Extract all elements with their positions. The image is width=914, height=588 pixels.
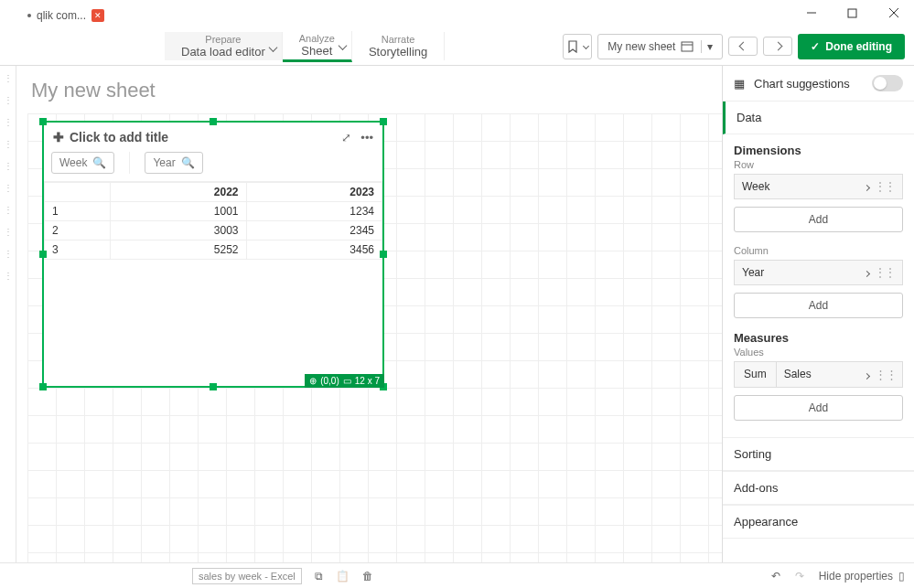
minimize-button[interactable] <box>790 0 832 26</box>
section-addons[interactable]: Add-ons <box>723 471 914 505</box>
rail-handle[interactable]: ⋮ <box>4 165 13 168</box>
rail-handle[interactable]: ⋮ <box>4 121 13 124</box>
drag-handle-icon[interactable]: ⋮⋮ <box>875 368 897 381</box>
maximize-button[interactable] <box>832 0 873 26</box>
document-tab-bar: qlik com... ✕ <box>0 0 914 27</box>
properties-panel: ▦ Chart suggestions Data Dimensions Row … <box>722 66 914 562</box>
table-icon: ▦ <box>734 77 745 91</box>
fullscreen-icon[interactable]: ⤢ <box>341 131 351 144</box>
chevron-down-icon <box>339 38 346 52</box>
resize-handle[interactable] <box>210 383 217 390</box>
svg-rect-4 <box>682 42 693 51</box>
sheet-selector[interactable]: My new sheet ▾ <box>597 34 723 59</box>
rail-handle[interactable]: ⋮ <box>4 208 13 212</box>
rail-handle[interactable]: ⋮ <box>4 143 13 146</box>
section-data[interactable]: Data <box>723 102 914 134</box>
drag-handle-icon[interactable]: ⋮⋮ <box>875 266 895 279</box>
hide-properties-button[interactable]: Hide properties ▯ <box>819 570 905 583</box>
undo-icon[interactable]: ↶ <box>771 570 780 583</box>
close-tab-button[interactable]: ✕ <box>91 9 104 22</box>
search-icon: 🔍 <box>92 156 106 169</box>
section-appearance[interactable]: Appearance <box>723 505 914 539</box>
window-controls <box>790 0 914 26</box>
nav-narrate[interactable]: Narrate Storytelling <box>352 32 445 60</box>
status-bar: sales by week - Excel ⧉ 📋 🗑 ↶ ↷ Hide pro… <box>0 562 914 588</box>
delete-icon[interactable]: 🗑 <box>362 570 373 583</box>
plus-icon: ✚ <box>53 130 64 144</box>
chevron-right-icon <box>865 180 869 193</box>
nav-analyze[interactable]: Analyze Sheet <box>283 31 352 62</box>
column-header[interactable]: 2023 <box>246 183 382 202</box>
chart-suggestions-row: ▦ Chart suggestions <box>723 66 914 102</box>
rail-handle[interactable]: ⋮ <box>4 187 13 190</box>
measure-pill[interactable]: Sum Sales ⋮⋮ <box>734 361 903 388</box>
sheet-selector-label: My new sheet <box>608 40 675 53</box>
resize-handle[interactable] <box>380 118 387 125</box>
resize-handle[interactable] <box>39 383 47 390</box>
column-dimension-pill[interactable]: Year ⋮⋮ <box>734 260 903 285</box>
copy-icon[interactable]: ⧉ <box>315 570 323 583</box>
sheet-canvas[interactable]: My new sheet ✚ Click to add title ⤢ ••• <box>16 66 722 562</box>
top-toolbar: Prepare Data load editor Analyze Sheet N… <box>0 27 914 66</box>
aggregation-label[interactable]: Sum <box>735 362 777 387</box>
rail-handle[interactable]: ⋮ <box>4 77 13 80</box>
size-icon: ▭ <box>343 376 351 386</box>
rail-handle[interactable]: ⋮ <box>4 99 13 102</box>
object-title-input[interactable]: ✚ Click to add title <box>53 130 168 144</box>
table-row: 3 5252 3456 <box>45 241 382 260</box>
more-options-icon[interactable]: ••• <box>360 131 373 144</box>
section-sorting[interactable]: Sorting <box>723 437 914 471</box>
bookmarks-button[interactable] <box>563 34 592 59</box>
measures-heading: Measures <box>734 331 903 345</box>
resize-handle[interactable] <box>210 118 217 125</box>
asset-rail: ⋮ ⋮ ⋮ ⋮ ⋮ ⋮ ⋮ ⋮ ⋮ ⋮ <box>0 66 16 562</box>
prev-sheet-button[interactable] <box>728 37 758 56</box>
redo-icon[interactable]: ↷ <box>795 570 804 583</box>
object-size-badge: ⊕ (0,0) ▭ 12 x 7 <box>305 374 384 388</box>
add-measure-button[interactable]: Add <box>734 395 903 421</box>
add-row-dimension-button[interactable]: Add <box>734 207 903 232</box>
next-sheet-button[interactable] <box>763 37 792 56</box>
values-label: Values <box>734 347 903 358</box>
panel-collapse-icon: ▯ <box>898 570 905 583</box>
document-tab[interactable]: qlik com... ✕ <box>18 5 113 28</box>
workflow-nav: Prepare Data load editor Analyze Sheet N… <box>165 27 445 65</box>
chart-suggestions-toggle[interactable] <box>872 75 903 91</box>
nav-prepare[interactable]: Prepare Data load editor <box>165 32 283 60</box>
column-label: Column <box>734 245 903 256</box>
pivot-table: 2022 2023 1 1001 1234 2 3003 2345 3 <box>44 182 382 260</box>
resize-handle[interactable] <box>39 118 47 125</box>
table-row: 2 3003 2345 <box>45 221 382 241</box>
rail-handle[interactable]: ⋮ <box>4 274 13 278</box>
row-dimension-pill[interactable]: Week ⋮⋮ <box>734 174 903 199</box>
rail-handle[interactable]: ⋮ <box>4 252 13 256</box>
row-label: Row <box>734 159 903 170</box>
data-source-label[interactable]: sales by week - Excel <box>192 568 302 584</box>
svg-rect-1 <box>848 9 856 17</box>
search-icon: 🔍 <box>181 156 195 169</box>
rail-handle[interactable]: ⋮ <box>4 230 13 234</box>
sheet-title[interactable]: My new sheet <box>16 66 722 110</box>
chevron-right-icon <box>865 266 869 279</box>
pivot-table-object[interactable]: ✚ Click to add title ⤢ ••• Week 🔍 Year 🔍 <box>42 121 384 388</box>
done-editing-button[interactable]: ✓ Done editing <box>798 34 905 59</box>
paste-icon[interactable]: 📋 <box>336 570 349 583</box>
chevron-right-icon <box>865 368 869 381</box>
chevron-down-icon <box>270 39 276 53</box>
resize-handle[interactable] <box>380 251 387 258</box>
add-column-dimension-button[interactable]: Add <box>734 293 903 318</box>
column-header[interactable]: 2022 <box>111 183 247 202</box>
position-icon: ⊕ <box>309 376 317 386</box>
document-tab-label: qlik com... <box>37 9 86 22</box>
column-field-chip[interactable]: Year 🔍 <box>145 152 202 174</box>
close-window-button[interactable] <box>873 0 914 26</box>
resize-handle[interactable] <box>39 251 47 258</box>
toolbar-right: My new sheet ▾ ✓ Done editing <box>563 27 914 65</box>
drag-handle-icon[interactable]: ⋮⋮ <box>875 180 895 193</box>
pivot-field-headers: Week 🔍 Year 🔍 <box>44 148 382 182</box>
table-row: 1 1001 1234 <box>45 202 382 221</box>
row-field-chip[interactable]: Week 🔍 <box>51 152 114 174</box>
chevron-down-icon: ▾ <box>701 40 713 53</box>
check-icon: ✓ <box>811 40 820 53</box>
dimensions-heading: Dimensions <box>734 144 903 157</box>
